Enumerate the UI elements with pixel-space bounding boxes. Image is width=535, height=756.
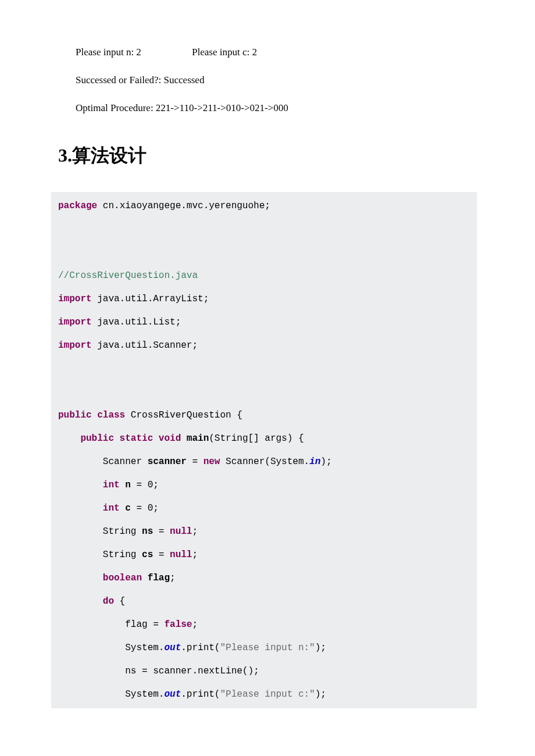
code-line-blank — [51, 241, 477, 264]
code-line-blank — [51, 380, 477, 404]
code-line: public static void main(String[] args) { — [51, 427, 477, 450]
code-line-blank — [51, 357, 477, 380]
code-block: package cn.xiaoyangege.mvc.yerenguohe; /… — [51, 192, 477, 708]
code-line: do { — [51, 590, 477, 613]
document-page: Please input n: 2 Please input c: 2 Succ… — [0, 0, 535, 732]
code-line: String cs = null; — [51, 543, 477, 566]
output-line-3: Optimal Procedure: 221->110->211->010->0… — [58, 102, 477, 114]
code-line: public class CrossRiverQuestion { — [51, 404, 477, 427]
section-heading: 3.算法设计 — [58, 143, 477, 169]
code-line: Scanner scanner = new Scanner(System.in)… — [51, 450, 477, 473]
code-line: flag = false; — [51, 613, 477, 636]
code-line: ns = scanner.nextLine(); — [51, 659, 477, 683]
output-n: Please input n: 2 — [76, 47, 192, 58]
code-line: int c = 0; — [51, 497, 477, 520]
code-line: int n = 0; — [51, 473, 477, 497]
output-c: Please input c: 2 — [192, 47, 257, 58]
output-line-2: Successed or Failed?: Successed — [58, 74, 477, 86]
output-line-1: Please input n: 2 Please input c: 2 — [58, 47, 477, 58]
code-line: String ns = null; — [51, 520, 477, 543]
code-line: import java.util.ArrayList; — [51, 287, 477, 311]
code-line: System.out.print("Please input n:"); — [51, 636, 477, 659]
code-line: package cn.xiaoyangege.mvc.yerenguohe; — [51, 194, 477, 217]
code-line-blank — [51, 217, 477, 241]
code-line: System.out.print("Please input c:"); — [51, 683, 477, 706]
code-line: import java.util.List; — [51, 311, 477, 334]
code-line: boolean flag; — [51, 566, 477, 590]
code-line: import java.util.Scanner; — [51, 334, 477, 357]
code-line: //CrossRiverQuestion.java — [51, 264, 477, 287]
